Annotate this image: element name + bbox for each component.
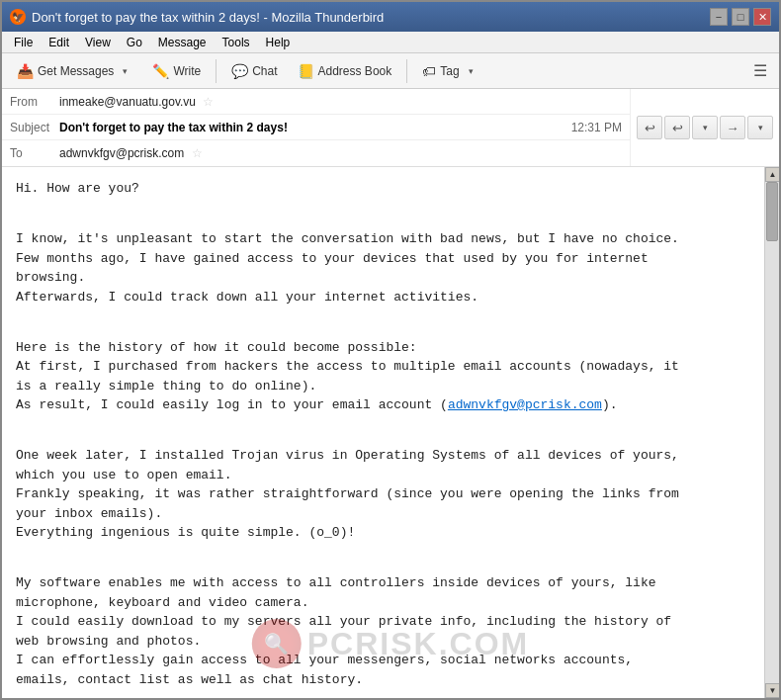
chat-button[interactable]: 💬 Chat <box>222 59 286 83</box>
email-body[interactable]: Hi. How are you? I know, it's unpleasant… <box>2 167 779 698</box>
body-paragraph-3: Here is the history of how it could beco… <box>16 338 765 435</box>
from-email: inmeake@vanuatu.gov.vu <box>59 95 196 109</box>
toolbar-menu-button[interactable]: ☰ <box>747 58 773 83</box>
address-book-icon: 📒 <box>298 63 314 79</box>
write-label: Write <box>173 64 201 78</box>
from-label: From <box>10 95 59 109</box>
tag-dropdown[interactable]: ▾ <box>464 62 478 80</box>
get-messages-dropdown[interactable]: ▾ <box>118 62 132 80</box>
email-header-top: From inmeake@vanuatu.gov.vu ☆ Subject Do… <box>2 89 779 166</box>
scroll-down-arrow[interactable]: ▼ <box>765 683 779 698</box>
menu-message[interactable]: Message <box>150 34 215 51</box>
email-header-fields: From inmeake@vanuatu.gov.vu ☆ Subject Do… <box>2 89 630 166</box>
subject-row: Subject Don't forget to pay the tax with… <box>2 115 630 140</box>
menu-bar: File Edit View Go Message Tools Help <box>2 32 779 53</box>
tag-label: Tag <box>440 64 459 78</box>
body-paragraph-5: My software enables me with access to al… <box>16 573 765 698</box>
app-icon: 🦅 <box>10 9 26 25</box>
address-book-label: Address Book <box>318 64 392 78</box>
from-value: inmeake@vanuatu.gov.vu ☆ <box>59 95 622 109</box>
write-icon: ✏️ <box>152 63 169 79</box>
menu-edit[interactable]: Edit <box>41 34 77 51</box>
menu-tools[interactable]: Tools <box>215 34 258 51</box>
body-paragraph-4: One week later, I installed Trojan virus… <box>16 446 765 562</box>
scrollbar-thumb[interactable] <box>766 182 778 241</box>
to-row: To adwnvkfgv@pcrisk.com ☆ <box>2 140 630 166</box>
get-messages-button[interactable]: 📥 Get Messages ▾ <box>8 58 141 84</box>
nav-dropdown-button[interactable]: ▾ <box>692 116 718 139</box>
title-bar-left: 🦅 Don't forget to pay the tax within 2 d… <box>10 9 384 25</box>
nav-back2-button[interactable]: ↩ <box>664 116 690 139</box>
chat-label: Chat <box>252 64 277 78</box>
maximize-button[interactable]: □ <box>732 8 749 26</box>
menu-help[interactable]: Help <box>258 34 299 51</box>
get-messages-icon: 📥 <box>17 63 34 79</box>
body-paragraph-1: Hi. How are you? <box>16 179 765 218</box>
toolbar-separator-2 <box>406 59 407 83</box>
close-button[interactable]: ✕ <box>753 8 771 26</box>
from-star-icon[interactable]: ☆ <box>203 95 214 109</box>
main-window: 🦅 Don't forget to pay the tax within 2 d… <box>0 0 781 700</box>
email-header: From inmeake@vanuatu.gov.vu ☆ Subject Do… <box>2 89 779 167</box>
menu-go[interactable]: Go <box>119 34 150 51</box>
nav-back-button[interactable]: ↩ <box>637 116 662 139</box>
to-value: adwnvkfgv@pcrisk.com ☆ <box>59 146 622 160</box>
get-messages-label: Get Messages <box>38 64 114 78</box>
toolbar-separator-1 <box>216 59 217 83</box>
email-nav-buttons: ↩ ↩ ▾ → ▾ <box>630 89 779 166</box>
to-email: adwnvkfgv@pcrisk.com <box>59 146 184 160</box>
body-paragraph-2: I know, it's unpleasant to start the con… <box>16 229 765 326</box>
nav-forward-button[interactable]: → <box>720 116 745 139</box>
email-time: 12:31 PM <box>571 121 622 134</box>
subject-label: Subject <box>10 121 59 134</box>
minimize-button[interactable]: − <box>710 8 728 26</box>
toolbar: 📥 Get Messages ▾ ✏️ Write 💬 Chat 📒 Addre… <box>2 53 779 89</box>
window-controls: − □ ✕ <box>710 8 771 26</box>
to-label: To <box>10 146 59 160</box>
email-body-container: Hi. How are you? I know, it's unpleasant… <box>2 167 779 698</box>
write-button[interactable]: ✏️ Write <box>143 59 210 83</box>
scrollbar[interactable]: ▲ ▼ <box>764 167 779 698</box>
subject-value: Don't forget to pay the tax within 2 day… <box>59 121 571 134</box>
from-row: From inmeake@vanuatu.gov.vu ☆ <box>2 89 630 115</box>
scrollbar-track-inner[interactable] <box>765 182 779 683</box>
scroll-up-arrow[interactable]: ▲ <box>765 167 779 182</box>
menu-file[interactable]: File <box>6 34 41 51</box>
menu-view[interactable]: View <box>77 34 119 51</box>
title-bar: 🦅 Don't forget to pay the tax within 2 d… <box>2 2 779 32</box>
chat-icon: 💬 <box>231 63 248 79</box>
tag-icon: 🏷 <box>422 63 436 79</box>
tag-button[interactable]: 🏷 Tag ▾ <box>413 58 486 84</box>
nav-more-button[interactable]: ▾ <box>747 116 773 139</box>
address-book-button[interactable]: 📒 Address Book <box>289 59 401 83</box>
body-email-link[interactable]: adwnvkfgv@pcrisk.com <box>448 397 602 412</box>
window-title: Don't forget to pay the tax within 2 day… <box>32 10 384 25</box>
to-star-icon[interactable]: ☆ <box>192 146 203 160</box>
